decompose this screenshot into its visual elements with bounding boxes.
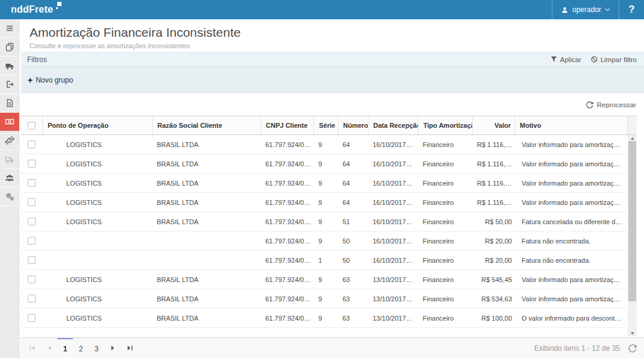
- row-checkbox-cell: [21, 275, 42, 283]
- table-cell: BRASIL LTDA: [152, 276, 260, 283]
- table-row[interactable]: LOGISTICSBRASIL LTDA61.797.924/0007-4096…: [21, 154, 627, 174]
- table-cell: Valor informado para amortização é invál…: [514, 141, 627, 148]
- table-row[interactable]: LOGISTICSBRASIL LTDA61.797.924/0007-4096…: [21, 270, 627, 289]
- column-header[interactable]: Motivo: [514, 116, 627, 134]
- reprocess-label: Reprocessar: [597, 101, 636, 108]
- table-cell: Valor informado para amortização é invál…: [514, 276, 627, 283]
- scrollbar-thumb[interactable]: [628, 141, 636, 301]
- column-header[interactable]: Ponto de Operação: [42, 116, 152, 134]
- table-cell: BRASIL LTDA: [152, 180, 260, 187]
- sidebar-item-users[interactable]: [0, 169, 19, 187]
- row-checkbox[interactable]: [28, 314, 36, 322]
- table-cell: 9: [314, 237, 338, 245]
- table-row[interactable]: 61.797.924/0007-4015016/10/2017 14:03Fin…: [21, 251, 627, 270]
- table-cell: 1: [314, 257, 338, 264]
- table-cell: Financeiro: [418, 160, 472, 168]
- row-checkbox-cell: [21, 179, 42, 187]
- pager-page-2[interactable]: 2: [73, 338, 89, 358]
- pager-page-3[interactable]: 3: [89, 338, 104, 358]
- page-header: Amortização Financeira Inconsistente Con…: [21, 19, 644, 52]
- clear-filter-button[interactable]: Limpar filtro: [591, 56, 637, 63]
- column-header[interactable]: Razão Social Cliente: [152, 116, 260, 134]
- clear-filter-label: Limpar filtro: [601, 56, 637, 63]
- table-cell: 61.797.924/0007-40: [260, 199, 314, 206]
- sidebar-item-transport[interactable]: [0, 57, 19, 75]
- user-menu[interactable]: operador: [552, 0, 619, 19]
- next-page-button[interactable]: [104, 338, 121, 358]
- sidebar-item-financial-amortization[interactable]: [0, 113, 19, 131]
- row-checkbox-cell: [21, 140, 42, 148]
- table-row[interactable]: LOGISTICSBRASIL LTDA61.797.924/0007-4096…: [21, 135, 627, 154]
- row-checkbox[interactable]: [28, 237, 36, 245]
- pager-refresh-button[interactable]: [628, 344, 637, 353]
- sidebar-item-menu[interactable]: [0, 19, 19, 38]
- page-subtitle: Consulte e reprocesse as amortizações in…: [30, 42, 644, 49]
- column-header[interactable]: CNPJ Cliente: [260, 116, 314, 134]
- column-header[interactable]: Data Recepção↓: [368, 116, 418, 134]
- select-all-checkbox[interactable]: [28, 122, 36, 130]
- row-checkbox[interactable]: [28, 275, 36, 283]
- table-cell: LOGISTICS: [42, 315, 152, 322]
- scroll-down-button[interactable]: [628, 330, 637, 336]
- svg-text:$: $: [8, 138, 11, 142]
- column-header[interactable]: Série: [314, 116, 338, 134]
- table-row[interactable]: LOGISTICSBRASIL LTDA61.797.924/0007-4096…: [21, 289, 627, 309]
- user-menu-label: operador: [572, 5, 601, 14]
- previous-page-icon: [46, 345, 52, 351]
- table-cell: 61.797.924/0007-40: [260, 160, 314, 168]
- table-cell: 9: [314, 180, 338, 187]
- apply-filter-label: Aplicar: [560, 56, 581, 63]
- select-all-cell[interactable]: [21, 116, 42, 134]
- reprocess-button[interactable]: Reprocessar: [586, 101, 636, 108]
- table-cell: Fatura cancelada ou diferente de em rece…: [514, 218, 627, 225]
- table-cell: 9: [314, 160, 338, 168]
- header-scroll-gutter: [627, 116, 637, 134]
- row-checkbox[interactable]: [28, 140, 36, 148]
- table-cell: LOGISTICS: [42, 295, 152, 303]
- help-button[interactable]: ?: [619, 0, 644, 19]
- row-checkbox[interactable]: [28, 179, 36, 187]
- table-cell: LOGISTICS: [42, 276, 152, 283]
- table-cell: 9: [314, 315, 338, 322]
- filters-panel-title: Filtros: [27, 55, 47, 64]
- app-logo-text: nddFrete: [11, 4, 53, 14]
- sidebar-item-money-sync[interactable]: $: [0, 131, 19, 150]
- apply-filter-button[interactable]: Aplicar: [551, 56, 581, 63]
- scroll-up-button[interactable]: [628, 135, 637, 141]
- sidebar-item-document[interactable]: [0, 94, 19, 113]
- table-cell: Financeiro: [418, 295, 472, 303]
- table-cell: Valor informado para amortização é invál…: [514, 295, 627, 303]
- row-checkbox[interactable]: [28, 198, 36, 206]
- menu-icon: [5, 24, 14, 33]
- sidebar-item-settings[interactable]: [0, 187, 19, 206]
- table-row[interactable]: LOGISTICSBRASIL LTDA61.797.924/0007-4095…: [21, 212, 627, 231]
- table-cell: R$ 534,63: [472, 295, 514, 303]
- table-cell: 50: [338, 257, 368, 264]
- table-row[interactable]: LOGISTICSBRASIL LTDA61.797.924/0007-4096…: [21, 309, 627, 328]
- row-checkbox[interactable]: [28, 160, 36, 168]
- first-page-button[interactable]: [24, 338, 40, 358]
- page-title: Amortização Financeira Inconsistente: [30, 25, 644, 40]
- new-filter-group-button[interactable]: + Novo grupo: [28, 76, 73, 84]
- table-row[interactable]: LOGISTICSBRASIL LTDA61.797.924/0007-4096…: [21, 174, 627, 193]
- table-row[interactable]: 61.797.924/0007-4095016/10/2017 14:07Fin…: [21, 231, 627, 251]
- table-row[interactable]: LOGISTICSBRASIL LTDA61.797.924/0007-4096…: [21, 193, 627, 212]
- banknote-icon: [5, 117, 14, 127]
- grid-header: Ponto de OperaçãoRazão Social ClienteCNP…: [21, 116, 637, 135]
- column-header[interactable]: Valor: [472, 116, 514, 134]
- column-header[interactable]: Número: [338, 116, 368, 134]
- previous-page-button[interactable]: [40, 338, 57, 358]
- column-header[interactable]: Tipo Amortização: [418, 116, 472, 134]
- sidebar-item-documents[interactable]: [0, 38, 19, 57]
- row-checkbox[interactable]: [28, 256, 36, 264]
- pager-pages: 123: [57, 338, 104, 358]
- table-scrollbar[interactable]: [628, 135, 637, 336]
- sidebar-item-truck-config[interactable]: [0, 150, 19, 169]
- sidebar-item-output[interactable]: [0, 75, 19, 94]
- last-page-button[interactable]: [121, 338, 138, 358]
- row-checkbox[interactable]: [28, 295, 36, 303]
- table-cell: BRASIL LTDA: [152, 199, 260, 206]
- row-checkbox[interactable]: [28, 218, 36, 225]
- table-cell: Valor informado para amortização é invál…: [514, 180, 627, 187]
- pager-page-1[interactable]: 1: [57, 338, 73, 358]
